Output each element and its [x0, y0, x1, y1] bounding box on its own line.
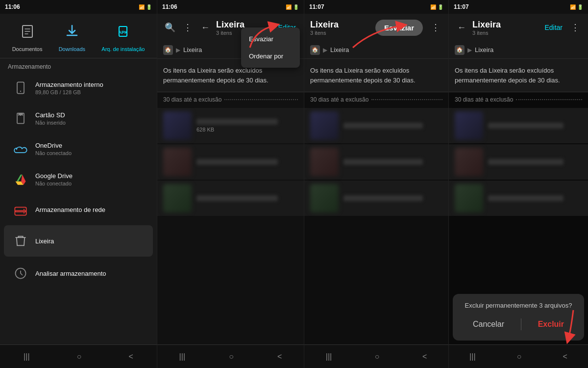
quick-access: Documentos Downloads APK Arq. de instala…: [0, 14, 157, 58]
gdrive-name: Google Drive: [35, 172, 145, 180]
trash-label: Lixeira: [35, 237, 145, 245]
file-item-2-1[interactable]: 628 KB: [157, 108, 304, 143]
nav-back-2[interactable]: <: [270, 348, 290, 365]
svg-point-12: [24, 212, 24, 213]
sidebar-analyze-item[interactable]: Analisar armazenamento: [4, 258, 153, 289]
more-icon-2[interactable]: ⋮: [181, 21, 195, 34]
dropdown-ordenar[interactable]: Ordenar por: [241, 48, 300, 65]
app-header-3: Lixeira 3 itens Esvaziar ⋮: [304, 14, 448, 41]
breadcrumb-text-2: Lixeira: [183, 46, 202, 53]
file-item-3-3[interactable]: [304, 181, 448, 216]
nav-home-2[interactable]: ○: [221, 348, 242, 365]
network-name: Armazenamento de rede: [35, 206, 145, 213]
sdcard-sub: Não inserido: [35, 120, 145, 126]
docs-label: Documentos: [12, 46, 43, 52]
file-item-4-2[interactable]: [449, 144, 588, 180]
nav-back-1[interactable]: <: [121, 348, 141, 365]
file-item-2-2[interactable]: [157, 144, 304, 180]
file-item-4-3[interactable]: [449, 181, 588, 216]
storage-item-sdcard[interactable]: Cartão SD Não inserido: [4, 104, 153, 133]
storage-section: Armazenamento Armazenamento interno 89,8…: [0, 58, 157, 344]
sdcard-icon: [12, 109, 29, 127]
nav-bars-4[interactable]: |||: [462, 348, 483, 365]
status-icons-2: 📶 🔋: [286, 4, 299, 10]
status-icons-1: 📶 🔋: [139, 4, 152, 10]
days-dots-2: [224, 99, 298, 100]
file-item-4-1[interactable]: [449, 108, 588, 143]
nav-bars-1[interactable]: |||: [16, 348, 37, 365]
days-bar-3: 30 dias até a exclusão: [304, 92, 448, 107]
nav-bars-3[interactable]: |||: [318, 348, 340, 365]
more-icon-3[interactable]: ⋮: [429, 21, 442, 34]
nav-home-3[interactable]: ○: [367, 348, 388, 365]
days-dots-3: [371, 99, 442, 100]
nav-back-4[interactable]: <: [555, 348, 575, 365]
analyze-name: Analisar armazenamento: [35, 270, 145, 277]
file-name-2-1: [196, 119, 278, 125]
quick-item-docs[interactable]: Documentos: [12, 20, 43, 52]
file-thumb-3-3: [310, 184, 339, 212]
panel-3: 11:07 📶 🔋 Lixeira 3 itens Esvaziar ⋮ 🏠 ▶…: [304, 0, 448, 368]
back-icon-2[interactable]: ←: [198, 21, 212, 34]
quick-item-apk[interactable]: APK Arq. de instalação: [101, 20, 145, 52]
more-icon-4[interactable]: ⋮: [568, 21, 582, 34]
nav-home-4[interactable]: ○: [509, 348, 530, 365]
dropdown-menu-2: Esvaziar Ordenar por: [241, 27, 300, 68]
confirm-delete-button[interactable]: Excluir: [530, 316, 572, 333]
quick-item-downloads[interactable]: Downloads: [59, 20, 85, 52]
sidebar-panel: 11:06 📶 🔋 Documentos Downloads: [0, 0, 157, 368]
file-item-2-3[interactable]: [157, 181, 304, 216]
home-icon-3: 🏠: [310, 45, 320, 55]
breadcrumb-3: 🏠 ▶ Lixeira: [304, 41, 448, 59]
back-icon-4[interactable]: ←: [455, 21, 468, 34]
network-icon: [12, 201, 29, 218]
file-name-2-3: [196, 195, 278, 201]
nav-back-3[interactable]: <: [415, 348, 435, 365]
edit-btn-4[interactable]: Editar: [542, 22, 564, 33]
storage-item-onedrive[interactable]: OneDrive Não conectado: [4, 134, 153, 163]
internal-name: Armazenamento interno: [35, 81, 145, 88]
main-panels: 11:06 📶 🔋 🔍 ⋮ ← Lixeira 3 itens Editar 🏠: [157, 0, 588, 368]
panel-4: 11:07 📶 🔋 ← Lixeira 3 itens Editar ⋮ 🏠 ▶: [448, 0, 588, 368]
analyze-icon: [12, 264, 29, 282]
days-bar-2: 30 dias até a exclusão: [157, 92, 304, 107]
days-dots-4: [516, 99, 582, 100]
nav-bars-2[interactable]: |||: [172, 348, 193, 365]
downloads-label: Downloads: [59, 46, 85, 52]
dropdown-esvaziar[interactable]: Esvaziar: [241, 30, 300, 48]
panel3-subtitle: 3 itens: [310, 30, 371, 36]
file-name-3-2: [343, 159, 423, 165]
downloads-icon: [60, 20, 84, 43]
storage-section-title: Armazenamento: [0, 58, 157, 72]
breadcrumb-text-4: Lixeira: [475, 46, 493, 53]
breadcrumb-arrow-2: ▶: [176, 47, 180, 53]
file-thumb-4-1: [455, 111, 483, 140]
storage-item-googledrive[interactable]: Google Drive Não conectado: [4, 164, 153, 194]
esvaziar-button[interactable]: Esvaziar: [375, 20, 423, 36]
search-icon-2[interactable]: 🔍: [163, 21, 177, 34]
file-thumb-3-2: [310, 148, 339, 176]
days-text-3: 30 dias até a exclusão: [310, 96, 368, 103]
file-thumb-4-3: [455, 184, 483, 212]
svg-text:APK: APK: [119, 30, 128, 35]
nav-home-1[interactable]: ○: [69, 348, 90, 365]
file-item-3-2[interactable]: [304, 144, 448, 180]
delete-dialog-actions: Cancelar Excluir: [461, 316, 576, 333]
trash-notice-4: Os itens da Lixeira serão excluídos perm…: [449, 59, 588, 92]
storage-item-network[interactable]: Armazenamento de rede: [4, 195, 153, 224]
trash-notice-text-4: Os itens da Lixeira serão excluídos perm…: [455, 66, 582, 85]
nav-bar-4: ||| ○ <: [449, 344, 588, 368]
googledrive-icon: [12, 170, 29, 188]
file-name-4-2: [488, 159, 564, 165]
apk-label: Arq. de instalação: [101, 46, 145, 52]
storage-item-internal[interactable]: Armazenamento interno 89,80 GB / 128 GB: [4, 73, 153, 103]
days-bar-4: 30 dias até a exclusão: [449, 92, 588, 107]
cancel-button[interactable]: Cancelar: [465, 316, 512, 333]
panel4-title: Lixeira: [472, 20, 539, 30]
app-header-4: ← Lixeira 3 itens Editar ⋮: [449, 14, 588, 41]
sidebar-trash-item[interactable]: Lixeira: [4, 225, 153, 257]
file-item-3-1[interactable]: [304, 108, 448, 143]
trash-notice-text-2: Os itens da Lixeira serão excluídos perm…: [163, 66, 298, 85]
file-name-3-3: [343, 195, 423, 201]
phone-icon: [12, 79, 29, 97]
